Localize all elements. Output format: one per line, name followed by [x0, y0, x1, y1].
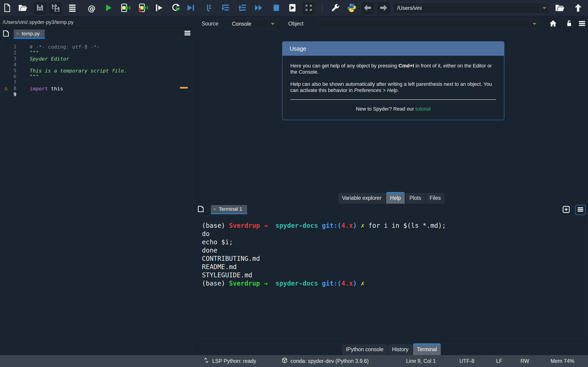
chevron-down-icon[interactable]: [269, 23, 277, 25]
code-line-2[interactable]: 2""": [1, 50, 193, 56]
debug-step-button[interactable]: [204, 2, 214, 15]
editor-tab-temp-py[interactable]: × temp.py: [14, 30, 45, 39]
python-env-button[interactable]: [346, 2, 357, 15]
line-number: 7: [11, 80, 19, 85]
terminal-output[interactable]: (base) Sverdrup → spyder-docs git:(4.x) …: [196, 216, 587, 343]
code-editor[interactable]: 1# -*- coding: utf-8 -*-2"""3Spyder Edit…: [1, 39, 193, 354]
debug-step-icon: [204, 3, 214, 14]
code-line-1[interactable]: 1# -*- coding: utf-8 -*-: [1, 44, 193, 50]
terminal-token: ): [353, 222, 357, 229]
run-file-button[interactable]: [103, 2, 113, 15]
source-combo-value: Console: [229, 21, 268, 27]
save-button[interactable]: [34, 2, 46, 15]
terminal-pane: × Terminal 1 (base) Sverdrup → spyder-do…: [195, 204, 588, 355]
terminal-line-4: done: [202, 246, 586, 254]
file-breadcrumb: /Users/vini/.spyder-py3/temp.py: [0, 17, 195, 28]
terminal-token: do: [202, 230, 210, 238]
terminal-token: ✗: [361, 222, 364, 229]
save-all-button[interactable]: [49, 2, 62, 15]
chevron-down-icon[interactable]: [531, 23, 538, 25]
cursor-position: Line 9, Col 1: [406, 355, 436, 367]
terminal-token: git:(: [322, 280, 341, 287]
chevron-down-icon[interactable]: [540, 7, 548, 9]
parent-directory-button[interactable]: [572, 2, 584, 15]
tab-variable-explorer[interactable]: Variable explorer: [338, 193, 385, 204]
package-cube-icon: [281, 357, 288, 365]
tab-help[interactable]: Help: [386, 192, 405, 204]
rerun-icon: [171, 3, 181, 14]
new-file-button[interactable]: [2, 2, 12, 15]
tab-history[interactable]: History: [388, 344, 413, 355]
debug-play-pause-icon: [185, 3, 195, 14]
terminal-tabbar: × Terminal 1: [195, 204, 588, 214]
run-icon: [103, 3, 113, 14]
terminal-tab-label: Terminal 1: [219, 206, 242, 212]
code-line-9[interactable]: 9: [1, 92, 193, 98]
tab-files[interactable]: Files: [426, 193, 445, 204]
rerun-cell-button[interactable]: [170, 2, 181, 15]
debug-file-button[interactable]: [185, 2, 196, 15]
debug-step-out-icon: [237, 3, 247, 14]
line-number: 1: [11, 44, 19, 50]
line-number: 8: [11, 86, 19, 91]
editor-tab-label: temp.py: [22, 31, 40, 37]
working-directory-combo[interactable]: /Users/vini: [393, 3, 548, 14]
run-selection-button[interactable]: [153, 2, 164, 15]
lock-button[interactable]: [564, 19, 574, 28]
tab-plots[interactable]: Plots: [405, 193, 425, 204]
plus-square-icon: [562, 205, 570, 215]
editor-options-menu-button[interactable]: [182, 29, 192, 38]
tab-terminal[interactable]: Terminal: [413, 343, 441, 355]
code-line-5[interactable]: 5This is a temporary script file.: [1, 68, 193, 74]
close-tab-icon[interactable]: ×: [213, 206, 216, 212]
usage-divider: [290, 99, 496, 100]
new-terminal-button[interactable]: [561, 205, 571, 215]
terminal-options-menu-button[interactable]: [575, 205, 586, 215]
debug-step-out-button[interactable]: [237, 2, 247, 15]
code-text: Spyder Editor: [30, 56, 178, 62]
debug-step-into-button[interactable]: [220, 2, 230, 15]
at-symbol-icon: @: [88, 4, 95, 13]
split-panel-button[interactable]: [287, 2, 298, 15]
maximize-pane-button[interactable]: [302, 2, 315, 15]
conda-env-text: conda: spyder-dev (Python 3.9.6): [291, 358, 369, 364]
preferences-button[interactable]: [330, 2, 340, 15]
hamburger-menu-icon: [577, 206, 584, 214]
terminal-tab-1[interactable]: × Terminal 1: [211, 205, 247, 214]
terminal-token: [271, 280, 275, 287]
code-line-8[interactable]: ⚠8import this: [1, 85, 193, 92]
code-line-6[interactable]: 6""": [1, 74, 193, 80]
code-line-4[interactable]: 4: [1, 62, 193, 68]
code-line-3[interactable]: 3Spyder Editor: [1, 56, 193, 62]
browse-directory-button[interactable]: [554, 2, 565, 15]
terminal-token: ): [353, 280, 357, 287]
tutorial-link[interactable]: tutorial: [415, 106, 431, 112]
run-cell-advance-icon: [137, 2, 148, 14]
forward-button[interactable]: [377, 2, 390, 15]
debug-continue-button[interactable]: [253, 2, 264, 15]
home-button[interactable]: [548, 19, 558, 28]
terminal-token: git:(: [322, 222, 341, 229]
terminal-token: 4.x: [341, 222, 353, 229]
debug-stop-button[interactable]: [271, 2, 282, 15]
run-cell-button[interactable]: [120, 2, 131, 15]
warning-icon: ⚠: [1, 86, 11, 91]
code-line-7[interactable]: 7: [1, 80, 193, 85]
terminal-token: [357, 280, 361, 287]
help-options-menu-button[interactable]: [577, 19, 587, 28]
tab-ipython-console[interactable]: IPython console: [342, 344, 388, 355]
browse-tabs-button[interactable]: [0, 29, 12, 39]
close-tab-icon[interactable]: ×: [16, 31, 19, 37]
spyder-window: @: [0, 0, 588, 367]
find-symbols-button[interactable]: @: [86, 2, 97, 15]
browse-terminal-tabs-button[interactable]: [195, 205, 207, 214]
run-cell-advance-button[interactable]: [137, 2, 148, 15]
back-button[interactable]: [361, 2, 374, 15]
editor-tabbar: × temp.py: [0, 28, 195, 39]
object-combo[interactable]: [317, 19, 539, 29]
source-combo[interactable]: Console: [229, 19, 277, 29]
run-selection-icon: [154, 3, 164, 14]
file-switcher-button[interactable]: [67, 2, 78, 15]
editor-pane: /Users/vini/.spyder-py3/temp.py × temp.p…: [0, 17, 195, 355]
open-file-button[interactable]: [17, 2, 28, 15]
